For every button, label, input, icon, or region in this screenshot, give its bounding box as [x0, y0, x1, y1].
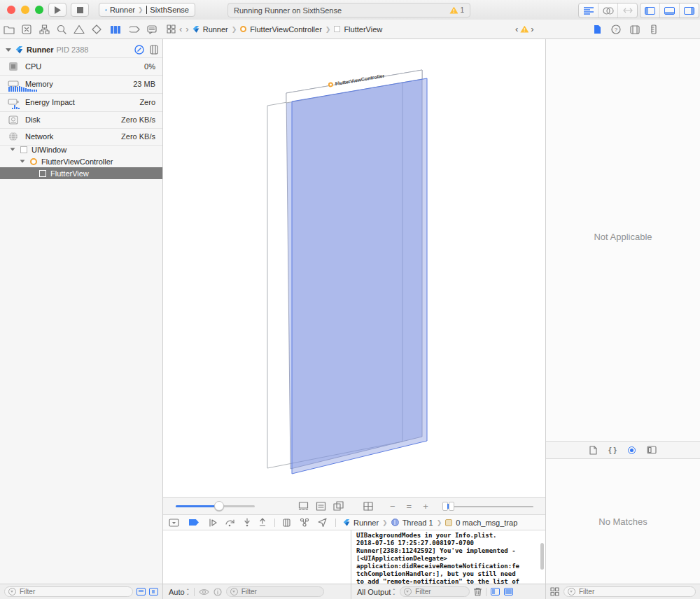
step-into-button[interactable] — [244, 518, 251, 527]
standard-editor-icon — [584, 7, 594, 15]
symbol-navigator-tab[interactable] — [38, 23, 50, 36]
gauge-row-disk[interactable]: Disk Zero KB/s — [0, 111, 162, 128]
info-icon[interactable] — [214, 588, 222, 596]
flutterview-plane[interactable] — [292, 78, 427, 474]
disclosure-triangle[interactable] — [20, 160, 25, 162]
object-inspector-tab[interactable] — [629, 23, 641, 36]
zoom-out-button[interactable]: − — [390, 501, 396, 512]
run-button[interactable] — [48, 3, 66, 17]
variables-filter-field[interactable] — [226, 586, 324, 597]
jumpbar-view[interactable]: FlutterView — [344, 25, 382, 34]
console-filter-input[interactable] — [414, 587, 465, 596]
project-navigator-tab[interactable] — [3, 23, 15, 36]
range-handle-right[interactable] — [449, 502, 454, 511]
gauge-row-cpu[interactable]: CPU 0% — [0, 57, 162, 75]
gauge-row-energy[interactable]: Energy Impact Zero — [0, 93, 162, 111]
zoom-in-button[interactable]: + — [423, 501, 428, 512]
output-label: All Output — [357, 588, 391, 596]
quick-help-inspector-tab[interactable]: ? — [610, 23, 622, 36]
simulate-location-button[interactable] — [318, 518, 327, 527]
file-template-library-tab[interactable] — [589, 446, 597, 455]
zoom-actual-button[interactable]: = — [407, 501, 412, 512]
console-scrollbar[interactable] — [540, 543, 544, 570]
show-variables-view-button[interactable] — [491, 588, 500, 596]
show-clipped-content-button[interactable] — [298, 502, 309, 511]
show-constrained-views-icon[interactable] — [149, 588, 158, 596]
view-hierarchy-canvas[interactable]: FlutterViewController — [163, 39, 545, 497]
file-inspector-tab[interactable] — [591, 23, 603, 36]
show-views-with-drawing-icon[interactable] — [136, 588, 146, 596]
step-over-button[interactable] — [225, 519, 235, 527]
library-filter-field[interactable] — [564, 586, 696, 597]
previous-issue-button[interactable]: ‹ — [515, 24, 518, 34]
stop-button[interactable] — [71, 3, 89, 17]
variables-scope-popup[interactable]: Auto ⌃⌄ — [169, 588, 190, 596]
orient-to-3d-button[interactable] — [333, 501, 344, 511]
find-navigator-tab[interactable] — [55, 23, 68, 36]
standard-editor-button[interactable] — [579, 3, 598, 17]
console-output[interactable]: UIBackgroundModes in your Info.plist. 20… — [356, 532, 519, 586]
spacing-slider[interactable] — [176, 505, 255, 507]
range-slider[interactable] — [442, 502, 533, 511]
breakpoints-toggle-button[interactable] — [189, 519, 199, 526]
issue-navigator-tab[interactable] — [73, 23, 85, 36]
process-row[interactable]: Runner PID 2388 — [0, 42, 162, 57]
quicklook-eye-icon[interactable] — [199, 589, 209, 596]
disclosure-triangle[interactable] — [6, 48, 11, 52]
tree-row-uiwindow[interactable]: UIWindow — [0, 143, 162, 155]
back-button[interactable]: ‹ — [179, 24, 182, 34]
media-library-tab[interactable] — [647, 446, 657, 454]
variables-filter-input[interactable] — [240, 587, 320, 596]
next-issue-button[interactable]: › — [531, 24, 533, 34]
breakpoint-navigator-tab[interactable] — [128, 23, 141, 36]
object-library-tab[interactable] — [628, 446, 636, 454]
zoom-fit-grid-button[interactable] — [363, 502, 373, 511]
variables-view[interactable] — [163, 530, 351, 584]
report-navigator-tab[interactable] — [146, 23, 158, 36]
console-filter-field[interactable] — [400, 586, 470, 597]
zoom-window-button[interactable] — [35, 6, 43, 14]
step-out-button[interactable] — [259, 518, 266, 527]
hide-debug-area-button[interactable] — [169, 519, 179, 527]
view-hierarchy-icon[interactable] — [150, 45, 158, 55]
version-editor-button[interactable] — [618, 3, 637, 17]
toggle-navigator-button[interactable] — [640, 3, 660, 17]
show-constraints-button[interactable] — [316, 502, 326, 511]
jumpbar-target[interactable]: Runner — [203, 25, 228, 34]
view-debugger-button[interactable] — [282, 518, 291, 527]
tree-label: UIWindow — [31, 146, 66, 154]
profile-in-instruments-icon[interactable] — [134, 45, 144, 55]
tree-row-flutterviewcontroller[interactable]: FlutterViewController — [0, 155, 162, 167]
console-output-popup[interactable]: All Output ⌃⌄ — [357, 588, 396, 596]
test-navigator-tab[interactable] — [90, 23, 103, 36]
library-filter-input[interactable] — [578, 587, 692, 596]
debugbar-frame[interactable]: 0 mach_msg_trap — [456, 519, 517, 527]
library-grid-view-icon[interactable] — [550, 587, 559, 596]
related-items-icon[interactable] — [167, 24, 176, 34]
size-inspector-tab[interactable] — [648, 23, 660, 36]
minimize-window-button[interactable] — [21, 6, 29, 14]
navigator-filter-input[interactable] — [18, 587, 129, 596]
toggle-inspector-button[interactable] — [680, 3, 699, 17]
debug-navigator-tab[interactable] — [109, 23, 122, 36]
tree-row-flutterview[interactable]: FlutterView — [0, 167, 162, 179]
issue-summary[interactable]: 1 — [449, 6, 464, 14]
debugbar-thread[interactable]: Thread 1 — [402, 519, 433, 527]
memory-graph-button[interactable] — [300, 518, 309, 527]
disclosure-triangle[interactable] — [10, 148, 15, 150]
close-window-button[interactable] — [7, 6, 15, 14]
toggle-debug-area-button[interactable] — [660, 3, 680, 17]
source-control-navigator-tab[interactable] — [20, 23, 33, 36]
scheme-selector[interactable]: Runner ❯ SixthSense — [99, 3, 195, 17]
navigator-filter-field[interactable] — [4, 586, 133, 597]
continue-button[interactable] — [209, 519, 217, 527]
assistant-editor-button[interactable] — [598, 3, 618, 17]
gauge-row-network[interactable]: Network Zero KB/s — [0, 128, 162, 145]
clear-console-trash-icon[interactable] — [474, 587, 482, 596]
forward-button[interactable]: › — [186, 24, 188, 34]
warning-icon[interactable] — [520, 26, 528, 33]
jumpbar-controller[interactable]: FlutterViewController — [250, 25, 322, 34]
code-snippet-library-tab[interactable]: { } — [608, 446, 617, 454]
show-console-button[interactable] — [504, 588, 513, 596]
debugbar-process[interactable]: Runner — [354, 519, 379, 527]
